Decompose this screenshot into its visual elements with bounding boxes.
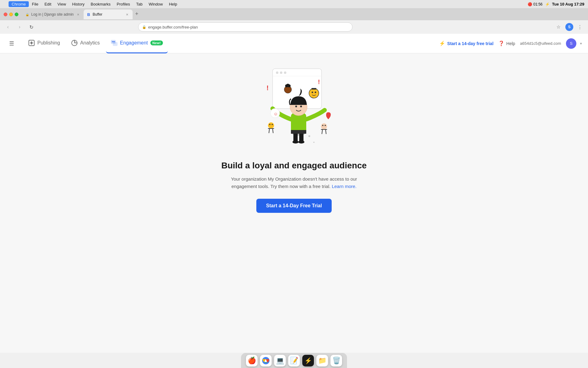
svg-rect-24 bbox=[311, 88, 316, 90]
svg-rect-10 bbox=[113, 42, 117, 46]
cta-button[interactable]: Start a 14-Day Free Trial bbox=[256, 199, 332, 213]
svg-point-17 bbox=[284, 71, 286, 74]
help-button[interactable]: ❓ Help bbox=[498, 40, 515, 46]
dock-finder-icon[interactable]: 🍎 bbox=[246, 355, 258, 366]
menu-history[interactable]: History bbox=[69, 1, 88, 7]
main-headline: Build a loyal and engaged audience bbox=[221, 161, 367, 171]
svg-point-11 bbox=[112, 41, 113, 42]
nav-right: ⚡ Start a 14-day free trial ❓ Help a654d… bbox=[439, 38, 582, 49]
tab-analytics[interactable]: Analytics bbox=[66, 34, 105, 53]
traffic-lights bbox=[0, 13, 22, 16]
browser-profile-button[interactable]: S bbox=[565, 23, 573, 31]
analytics-icon bbox=[71, 40, 78, 46]
dock-files-icon[interactable]: 📁 bbox=[316, 355, 328, 366]
back-button[interactable]: ‹ bbox=[4, 23, 12, 31]
analytics-label: Analytics bbox=[80, 40, 100, 46]
hamburger-menu-button[interactable]: ☰ bbox=[6, 38, 17, 49]
tab-buffer-favicon: B bbox=[87, 12, 91, 17]
svg-point-1 bbox=[31, 42, 32, 44]
dock-trash-icon[interactable]: 🗑️ bbox=[330, 355, 342, 366]
svg-point-37 bbox=[295, 105, 297, 107]
menu-file[interactable]: File bbox=[29, 1, 41, 7]
menu-window[interactable]: Window bbox=[145, 1, 166, 7]
help-circle-icon: ❓ bbox=[498, 40, 504, 46]
tab-publishing[interactable]: Publishing bbox=[23, 34, 65, 53]
menu-tab[interactable]: Tab bbox=[133, 1, 145, 7]
website-content: ☰ Publishing bbox=[0, 34, 588, 353]
battery-icon: 🔴 01:56 bbox=[528, 2, 542, 6]
bookmark-button[interactable]: ☆ bbox=[554, 23, 563, 31]
svg-point-38 bbox=[300, 105, 302, 107]
menu-help[interactable]: Help bbox=[166, 1, 180, 7]
tab-django-favicon: 🔒 bbox=[25, 12, 29, 17]
menu-profiles[interactable]: Profiles bbox=[114, 1, 133, 7]
tab-buffer-close[interactable]: ✕ bbox=[125, 12, 130, 17]
menu-bookmarks[interactable]: Bookmarks bbox=[88, 1, 114, 7]
forward-button[interactable]: › bbox=[15, 23, 24, 31]
svg-point-45 bbox=[321, 123, 327, 129]
help-label: Help bbox=[506, 41, 515, 46]
main-content: ! ! bbox=[0, 53, 588, 225]
browser-right-icons: ☆ S ⋮ bbox=[554, 23, 584, 31]
svg-point-33 bbox=[298, 140, 304, 144]
user-menu-chevron[interactable]: ▾ bbox=[580, 41, 582, 46]
svg-point-40 bbox=[269, 124, 270, 125]
tab-buffer-title: Buffer bbox=[93, 12, 123, 17]
learn-more-link[interactable]: Learn more. bbox=[332, 184, 356, 189]
svg-point-32 bbox=[292, 140, 299, 144]
publishing-icon bbox=[28, 40, 35, 46]
publishing-label: Publishing bbox=[37, 40, 60, 46]
trial-button-label: Start a 14-day free trial bbox=[447, 41, 493, 46]
user-email: a654d1c5@uifeed.com bbox=[520, 41, 561, 46]
close-traffic-light[interactable] bbox=[4, 13, 7, 16]
new-tab-button[interactable]: + bbox=[133, 10, 141, 18]
minimize-traffic-light[interactable] bbox=[9, 13, 13, 16]
app-navbar: ☰ Publishing bbox=[0, 34, 588, 53]
tab-django-close[interactable]: ✕ bbox=[76, 12, 81, 17]
engagement-icon bbox=[111, 40, 118, 46]
engagement-label: Engagement bbox=[120, 40, 148, 46]
svg-line-49 bbox=[322, 129, 322, 134]
dock-notes-icon[interactable]: 📝 bbox=[288, 355, 300, 366]
tab-engagement[interactable]: Engagement New! bbox=[106, 34, 168, 53]
svg-text:☺: ☺ bbox=[273, 111, 278, 116]
browser-menu-button[interactable]: ⋮ bbox=[576, 23, 584, 31]
dock-terminal-icon[interactable]: 💻 bbox=[274, 355, 286, 366]
tab-django[interactable]: 🔒 Log in | Django site admin ✕ bbox=[22, 10, 84, 19]
user-avatar[interactable]: S bbox=[566, 38, 576, 49]
dock-chrome-icon[interactable] bbox=[260, 355, 272, 366]
dock-bolt-icon[interactable]: ⚡ bbox=[302, 355, 314, 366]
address-bar[interactable]: 🔒 engage.buffer.com/free-plan bbox=[138, 22, 352, 32]
svg-text:!: ! bbox=[318, 79, 320, 85]
svg-text:!: ! bbox=[266, 84, 269, 92]
svg-point-25 bbox=[284, 86, 292, 93]
svg-point-41 bbox=[272, 124, 273, 125]
address-bar-row: ‹ › ↻ 🔒 engage.buffer.com/free-plan ☆ S … bbox=[0, 20, 588, 34]
svg-line-50 bbox=[326, 129, 326, 134]
tab-buffer[interactable]: B Buffer ✕ bbox=[84, 10, 133, 19]
svg-point-12 bbox=[113, 41, 114, 42]
svg-point-52 bbox=[313, 142, 315, 143]
trial-button[interactable]: ⚡ Start a 14-day free trial bbox=[439, 40, 493, 46]
svg-point-23 bbox=[315, 92, 316, 93]
svg-line-44 bbox=[273, 128, 273, 133]
lightning-icon: ⚡ bbox=[439, 40, 445, 46]
dock: 🍎 💻 📝 ⚡ 📁 🗑️ bbox=[241, 353, 347, 368]
svg-point-46 bbox=[322, 125, 323, 126]
svg-point-51 bbox=[308, 135, 310, 137]
lock-icon: 🔒 bbox=[142, 25, 146, 29]
menu-view[interactable]: View bbox=[55, 1, 69, 7]
maximize-traffic-light[interactable] bbox=[15, 13, 18, 16]
tab-bar: 🔒 Log in | Django site admin ✕ B Buffer … bbox=[0, 9, 588, 20]
refresh-button[interactable]: ↻ bbox=[27, 23, 36, 31]
menu-edit[interactable]: Edit bbox=[41, 1, 54, 7]
browser-chrome: 🔒 Log in | Django site admin ✕ B Buffer … bbox=[0, 9, 588, 34]
svg-line-43 bbox=[269, 128, 270, 133]
wifi-icon: ⚡ bbox=[545, 2, 550, 6]
macos-menubar: Chrome File Edit View History Bookmarks … bbox=[0, 0, 588, 9]
svg-point-16 bbox=[280, 71, 282, 74]
menu-chrome[interactable]: Chrome bbox=[9, 1, 29, 7]
svg-point-47 bbox=[325, 125, 326, 126]
svg-point-28 bbox=[286, 84, 289, 87]
svg-point-21 bbox=[309, 88, 319, 98]
